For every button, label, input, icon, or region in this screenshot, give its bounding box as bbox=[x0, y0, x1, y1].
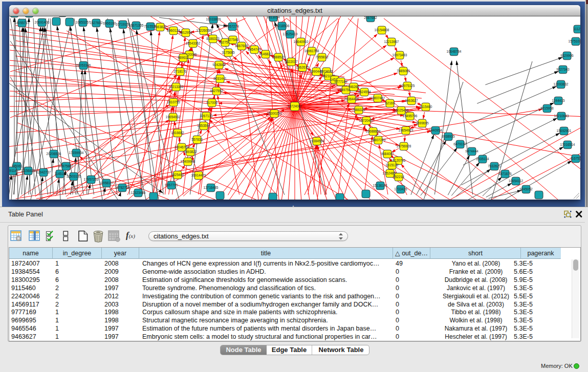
svg-text:12213967: 12213967 bbox=[384, 40, 399, 43]
svg-text:7485063: 7485063 bbox=[397, 69, 410, 73]
svg-text:10210643: 10210643 bbox=[554, 114, 569, 118]
svg-text:2667608: 2667608 bbox=[235, 44, 248, 48]
svg-text:8813054: 8813054 bbox=[267, 16, 280, 19]
svg-text:12975125: 12975125 bbox=[400, 84, 415, 87]
svg-text:19384554: 19384554 bbox=[310, 139, 324, 143]
svg-text:15720407: 15720407 bbox=[359, 119, 374, 122]
svg-text:62160: 62160 bbox=[385, 101, 395, 105]
svg-text:19654923: 19654923 bbox=[399, 128, 413, 132]
svg-text:20364436: 20364436 bbox=[344, 97, 359, 101]
svg-text:16914479: 16914479 bbox=[191, 173, 206, 177]
svg-text:10973493: 10973493 bbox=[393, 53, 407, 57]
svg-text:116753: 116753 bbox=[570, 157, 580, 160]
svg-text:15495796: 15495796 bbox=[403, 114, 418, 118]
svg-text:16033809: 16033809 bbox=[206, 17, 221, 21]
svg-text:13716485: 13716485 bbox=[204, 186, 219, 189]
svg-text:9463627: 9463627 bbox=[405, 99, 418, 102]
svg-text:15751074: 15751074 bbox=[569, 39, 580, 43]
svg-text:1588520: 1588520 bbox=[272, 55, 285, 59]
svg-text:1353594: 1353594 bbox=[197, 124, 210, 127]
svg-text:9329906: 9329906 bbox=[560, 54, 574, 57]
svg-text:10807487: 10807487 bbox=[371, 96, 385, 100]
svg-text:20206536: 20206536 bbox=[47, 152, 61, 156]
svg-text:14055717: 14055717 bbox=[15, 21, 30, 25]
svg-text:917006: 917006 bbox=[206, 101, 217, 104]
svg-text:13226058: 13226058 bbox=[197, 29, 211, 32]
svg-text:16640910: 16640910 bbox=[294, 40, 309, 43]
svg-text:18807249: 18807249 bbox=[371, 138, 386, 142]
svg-text:11121: 11121 bbox=[573, 27, 580, 31]
svg-text:10648784: 10648784 bbox=[447, 50, 462, 53]
svg-text:7357274: 7357274 bbox=[226, 25, 239, 28]
svg-text:15692901: 15692901 bbox=[557, 129, 572, 133]
svg-text:2087682: 2087682 bbox=[364, 16, 377, 19]
svg-text:10154808: 10154808 bbox=[375, 28, 389, 32]
svg-text:9245052: 9245052 bbox=[519, 187, 533, 191]
svg-text:16543362: 16543362 bbox=[186, 41, 201, 45]
svg-text:8938935: 8938935 bbox=[442, 135, 455, 138]
svg-text:1615132: 1615132 bbox=[385, 163, 399, 167]
svg-text:3175685: 3175685 bbox=[222, 51, 235, 54]
svg-text:114519: 114519 bbox=[54, 172, 66, 176]
svg-text:9857791: 9857791 bbox=[165, 183, 178, 187]
svg-text:8471676: 8471676 bbox=[498, 172, 512, 176]
svg-text:7955812: 7955812 bbox=[315, 55, 329, 59]
svg-text:3624554: 3624554 bbox=[358, 90, 371, 94]
svg-text:557833: 557833 bbox=[191, 138, 203, 141]
svg-text:17016514: 17016514 bbox=[560, 143, 575, 146]
svg-text:15136141: 15136141 bbox=[373, 184, 388, 187]
svg-text:8454749: 8454749 bbox=[248, 48, 261, 51]
svg-text:12093832: 12093832 bbox=[554, 82, 569, 86]
svg-text:1733426: 1733426 bbox=[394, 187, 407, 191]
svg-text:16782759: 16782759 bbox=[115, 186, 130, 189]
svg-text:8912954: 8912954 bbox=[179, 31, 192, 34]
svg-text:9684067: 9684067 bbox=[381, 152, 394, 156]
svg-text:16961758: 16961758 bbox=[304, 49, 319, 53]
svg-text:12323446: 12323446 bbox=[131, 191, 146, 194]
svg-text:16671355: 16671355 bbox=[129, 24, 144, 27]
svg-text:1810755: 1810755 bbox=[167, 100, 180, 104]
svg-text:6966160: 6966160 bbox=[103, 21, 116, 25]
svg-text:1527602: 1527602 bbox=[90, 21, 103, 25]
svg-text:9227343: 9227343 bbox=[556, 68, 570, 71]
svg-text:10688609: 10688609 bbox=[366, 129, 381, 133]
svg-text:26053346: 26053346 bbox=[76, 63, 91, 67]
svg-text:39114: 39114 bbox=[9, 169, 17, 172]
svg-text:252214: 252214 bbox=[393, 175, 404, 179]
svg-text:9242848: 9242848 bbox=[212, 63, 226, 67]
svg-text:10025438: 10025438 bbox=[394, 108, 409, 112]
svg-text:19218506: 19218506 bbox=[275, 24, 290, 28]
svg-text:7986322: 7986322 bbox=[352, 108, 365, 112]
svg-text:19654932: 19654932 bbox=[166, 115, 181, 119]
svg-text:8031441: 8031441 bbox=[213, 77, 227, 80]
svg-text:12503135: 12503135 bbox=[67, 174, 81, 178]
svg-text:12942737: 12942737 bbox=[36, 170, 51, 174]
svg-text:7632621: 7632621 bbox=[488, 164, 501, 168]
svg-text:1362615: 1362615 bbox=[296, 65, 309, 69]
svg-text:9115460: 9115460 bbox=[420, 105, 432, 108]
svg-text:8186323: 8186323 bbox=[206, 37, 220, 40]
svg-text:9474444: 9474444 bbox=[465, 149, 478, 153]
svg-text:1440954: 1440954 bbox=[429, 128, 442, 132]
svg-text:1244415: 1244415 bbox=[552, 99, 565, 102]
svg-text:25300253: 25300253 bbox=[267, 112, 282, 115]
svg-text:9777169: 9777169 bbox=[334, 80, 347, 83]
svg-text:12409948: 12409948 bbox=[181, 160, 195, 163]
svg-text:7625402: 7625402 bbox=[171, 173, 184, 177]
svg-text:11156829: 11156829 bbox=[21, 169, 35, 172]
svg-text:2935114: 2935114 bbox=[476, 157, 489, 161]
svg-text:746266: 746266 bbox=[348, 85, 359, 89]
svg-text:20691406: 20691406 bbox=[35, 20, 50, 24]
svg-text:2718176: 2718176 bbox=[173, 70, 187, 73]
svg-text:10654112: 10654112 bbox=[509, 179, 524, 183]
svg-text:3493822: 3493822 bbox=[184, 150, 197, 154]
svg-text:7663822: 7663822 bbox=[154, 25, 167, 29]
svg-text:13525419: 13525419 bbox=[283, 32, 298, 36]
svg-text:10853257: 10853257 bbox=[76, 20, 91, 24]
svg-text:8215958: 8215958 bbox=[540, 106, 554, 110]
svg-text:10719155: 10719155 bbox=[116, 23, 130, 26]
svg-text:6479197: 6479197 bbox=[453, 142, 467, 146]
svg-text:19756928: 19756928 bbox=[397, 144, 411, 148]
svg-text:10975867: 10975867 bbox=[59, 164, 74, 168]
svg-text:18724007: 18724007 bbox=[288, 104, 302, 108]
